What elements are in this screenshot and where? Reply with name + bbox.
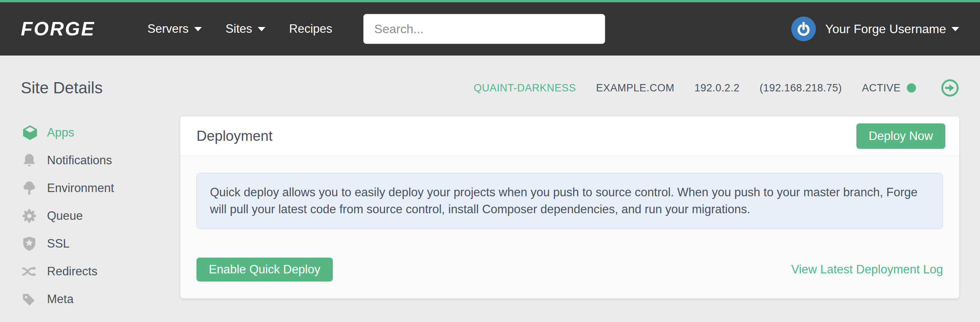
sidebar-item-label: Apps — [47, 126, 74, 140]
tag-icon — [21, 291, 40, 308]
nav-item-servers[interactable]: Servers — [148, 22, 202, 36]
page-title: Site Details — [21, 79, 102, 97]
sidebar-item-label: Queue — [47, 209, 83, 223]
shield-icon — [21, 235, 40, 252]
public-ip: 192.0.2.2 — [695, 82, 740, 94]
status-badge: ACTIVE — [862, 82, 916, 94]
page: Site Details QUAINT-DARKNESS EXAMPLE.COM… — [0, 56, 980, 313]
nav-item-recipes[interactable]: Recipes — [289, 22, 332, 36]
sidebar-item-ssl[interactable]: SSL — [21, 230, 180, 258]
sidebar-item-label: Redirects — [47, 265, 97, 278]
avatar[interactable] — [791, 17, 816, 41]
chevron-down-icon — [194, 27, 202, 31]
gear-icon — [21, 207, 40, 224]
deployment-panel-body: Quick deploy allows you to easily deploy… — [180, 156, 959, 298]
deployment-panel-header: Deployment Deploy Now — [180, 116, 959, 156]
site-domain: EXAMPLE.COM — [596, 82, 675, 94]
arrow-right-circle-icon — [941, 79, 959, 97]
nav-item-label: Recipes — [289, 22, 332, 36]
search-wrap — [363, 14, 605, 44]
sidebar-item-environment[interactable]: Environment — [21, 174, 180, 202]
cube-icon — [21, 123, 40, 142]
site-meta: QUAINT-DARKNESS EXAMPLE.COM 192.0.2.2 (1… — [474, 79, 959, 97]
user-name-label: Your Forge Username — [825, 22, 946, 36]
sidebar-item-redirects[interactable]: Redirects — [21, 258, 180, 285]
nav-item-label: Sites — [226, 22, 252, 36]
chevron-down-icon — [951, 27, 959, 31]
sidebar-item-notifications[interactable]: Notifications — [21, 147, 180, 174]
sidebar-item-apps[interactable]: Apps — [21, 119, 180, 147]
content: Apps Notifications — [21, 116, 959, 313]
user-menu[interactable]: Your Forge Username — [791, 17, 959, 41]
sidebar-item-label: SSL — [47, 237, 70, 251]
navbar: FORGE Servers Sites Recipes Your Forge U… — [0, 2, 980, 56]
sidebar-item-meta[interactable]: Meta — [21, 285, 180, 313]
chevron-down-icon — [258, 27, 265, 31]
nav-item-sites[interactable]: Sites — [226, 22, 265, 36]
nav-links: Servers Sites Recipes — [148, 22, 332, 36]
deployment-panel: Deployment Deploy Now Quick deploy allow… — [180, 116, 959, 298]
deploy-now-button[interactable]: Deploy Now — [856, 123, 945, 149]
server-name[interactable]: QUAINT-DARKNESS — [474, 82, 576, 94]
sidebar-item-label: Meta — [47, 292, 74, 306]
shuffle-icon — [21, 263, 40, 280]
nav-item-label: Servers — [148, 22, 189, 36]
deployment-actions: Enable Quick Deploy View Latest Deployme… — [196, 258, 943, 282]
bell-icon — [21, 152, 40, 169]
enable-quick-deploy-button[interactable]: Enable Quick Deploy — [196, 258, 333, 282]
view-latest-deployment-log-link[interactable]: View Latest Deployment Log — [791, 263, 943, 276]
forge-logo[interactable]: FORGE — [21, 18, 95, 40]
search-input[interactable] — [363, 14, 605, 44]
go-to-server-button[interactable] — [941, 79, 959, 97]
tree-icon — [21, 180, 40, 197]
power-icon — [795, 21, 812, 37]
page-header: Site Details QUAINT-DARKNESS EXAMPLE.COM… — [21, 56, 959, 97]
sidebar-item-queue[interactable]: Queue — [21, 202, 180, 230]
status-label: ACTIVE — [862, 82, 901, 94]
status-dot — [907, 83, 916, 93]
quick-deploy-info-box: Quick deploy allows you to easily deploy… — [196, 173, 943, 229]
user-name[interactable]: Your Forge Username — [825, 22, 959, 36]
sidebar: Apps Notifications — [21, 116, 180, 313]
private-ip: (192.168.218.75) — [760, 82, 842, 94]
panel-title: Deployment — [196, 128, 272, 144]
sidebar-item-label: Environment — [47, 181, 114, 195]
sidebar-item-label: Notifications — [47, 153, 112, 167]
